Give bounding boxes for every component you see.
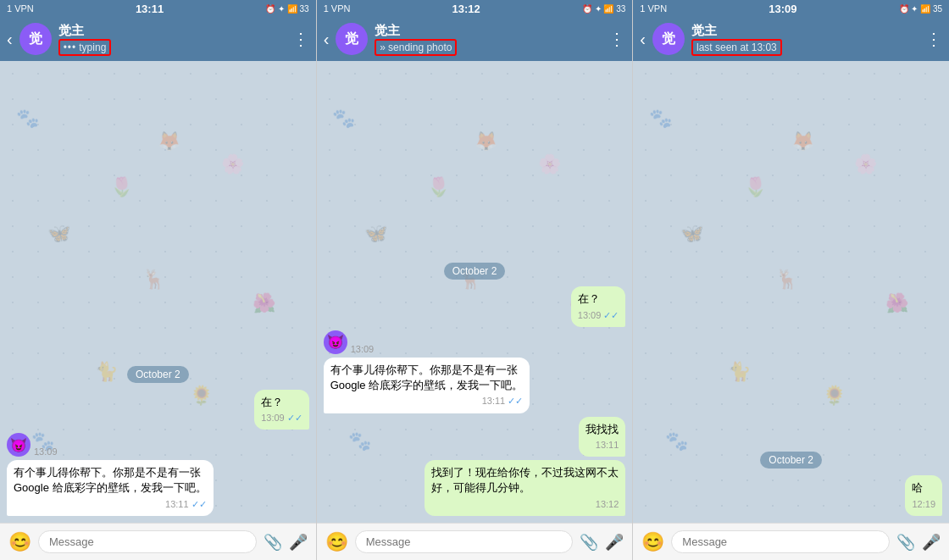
status-time: 13:09 <box>769 3 796 15</box>
message-row: 找到了！现在给你传，不过我这网不太 好，可能得几分钟。13:12 <box>324 460 626 516</box>
message-time: 13:12 <box>596 498 619 511</box>
contact-name: 觉主 <box>375 23 602 39</box>
message-avatar: 😈 <box>7 433 31 457</box>
message-bubble: 有个事儿得你帮下。你那是不是有一张 Google 给底彩字的壁纸，发我一下吧。1… <box>7 460 214 516</box>
message-row: 哈12:19 <box>640 475 942 516</box>
mic-button[interactable]: 🎤 <box>289 533 308 552</box>
status-left: 1 VPN <box>7 3 34 14</box>
message-input[interactable] <box>38 530 257 553</box>
attach-button[interactable]: 📎 <box>896 533 915 552</box>
status-left: 1 VPN <box>324 3 351 14</box>
date-label: October 2 <box>127 366 189 383</box>
emoji-button[interactable]: 😊 <box>325 531 348 553</box>
message-bubble: 找到了！现在给你传，不过我这网不太 好，可能得几分钟。13:12 <box>425 460 625 516</box>
back-button[interactable]: ‹ <box>324 30 330 49</box>
message-meta: 13:09✓✓ <box>578 309 619 322</box>
status-right: ⏰ ✦ 📶 33 <box>582 4 625 14</box>
more-button[interactable]: ⋮ <box>292 29 309 49</box>
message-input[interactable] <box>671 530 890 553</box>
message-row: 我找找13:11 <box>324 417 626 457</box>
more-button[interactable]: ⋮ <box>925 29 942 49</box>
message-text: 我找找 <box>585 422 619 437</box>
status-left: 1 VPN <box>640 3 667 14</box>
status-highlight: » sending photo <box>375 39 457 56</box>
emoji-button[interactable]: 😊 <box>8 531 31 553</box>
status-bar: 1 VPN 13:09 ⏰ ✦ 📶 35 <box>633 0 949 17</box>
mic-button[interactable]: 🎤 <box>922 533 941 552</box>
message-text: 有个事儿得你帮下。你那是不是有一张 Google 给底彩字的壁纸，发我一下吧。 <box>14 465 207 496</box>
message-meta: 13:12 <box>431 498 619 511</box>
phone-panel-panel1: 1 VPN 13:11 ⏰ ✦ 📶 33 ‹ 觉 觉主 ••• typing ⋮… <box>0 0 317 560</box>
date-label: October 2 <box>444 263 506 280</box>
message-text: 有个事儿得你帮下。你那是不是有一张 Google 给底彩字的壁纸，发我一下吧。 <box>330 363 524 393</box>
message-bubble: 哈12:19 <box>905 475 942 516</box>
chat-body: 🐾🌸🦋🌺🐈🦊🌻🐾🦌🌷October 2哈12:19 <box>633 61 949 523</box>
message-text: 在？ <box>261 395 302 410</box>
header-info: 觉主 ••• typing <box>58 23 286 56</box>
message-input[interactable] <box>355 530 574 553</box>
more-button[interactable]: ⋮ <box>608 29 625 49</box>
chat-header: ‹ 觉 觉主 ••• typing ⋮ <box>0 17 316 61</box>
status-highlight: last seen at 13:03 <box>691 39 782 56</box>
back-button[interactable]: ‹ <box>7 30 13 49</box>
message-bubble: 有个事儿得你帮下。你那是不是有一张 Google 给底彩字的壁纸，发我一下吧。1… <box>324 358 530 413</box>
message-check: ✓✓ <box>191 498 207 511</box>
date-separator: October 2 <box>324 263 626 278</box>
message-time: 13:11 <box>482 395 506 408</box>
message-row: 在？13:09✓✓ <box>324 286 626 327</box>
message-text: 哈 <box>912 480 935 496</box>
header-status: ••• typing <box>58 39 286 56</box>
message-time: 13:09 <box>261 412 285 424</box>
message-time-small: 13:09 <box>34 446 58 457</box>
chat-header: ‹ 觉 觉主 last seen at 13:03 ⋮ <box>633 17 949 61</box>
attach-button[interactable]: 📎 <box>580 533 598 552</box>
message-time: 13:11 <box>165 498 189 511</box>
contact-avatar: 觉 <box>652 23 685 55</box>
message-meta: 12:19 <box>912 498 935 511</box>
mic-button[interactable]: 🎤 <box>605 533 624 552</box>
message-time: 13:09 <box>578 309 602 322</box>
message-row: 有个事儿得你帮下。你那是不是有一张 Google 给底彩字的壁纸，发我一下吧。1… <box>324 358 626 413</box>
message-bubble: 在？13:09✓✓ <box>571 286 626 327</box>
message-meta: 13:11✓✓ <box>330 395 524 408</box>
contact-name: 觉主 <box>691 23 918 39</box>
emoji-button[interactable]: 😊 <box>641 531 664 553</box>
phone-panel-panel3: 1 VPN 13:09 ⏰ ✦ 📶 35 ‹ 觉 觉主 last seen at… <box>633 0 949 560</box>
status-right: ⏰ ✦ 📶 35 <box>899 4 942 14</box>
status-bar: 1 VPN 13:11 ⏰ ✦ 📶 33 <box>0 0 316 17</box>
header-status: last seen at 13:03 <box>691 39 918 56</box>
contact-avatar: 觉 <box>336 23 368 55</box>
status-right: ⏰ ✦ 📶 33 <box>265 4 308 14</box>
input-bar: 😊 📎 🎤 <box>633 523 949 560</box>
header-info: 觉主 » sending photo <box>375 23 602 56</box>
back-button[interactable]: ‹ <box>640 30 646 49</box>
message-check: ✓✓ <box>287 412 302 424</box>
contact-name: 觉主 <box>58 23 286 39</box>
attach-button[interactable]: 📎 <box>264 533 282 552</box>
message-text: 在？ <box>578 291 619 307</box>
message-avatar: 😈 <box>324 330 347 354</box>
message-row: 😈 13:09 <box>324 330 626 354</box>
message-check: ✓✓ <box>603 309 619 322</box>
message-text: 找到了！现在给你传，不过我这网不太 好，可能得几分钟。 <box>431 465 619 496</box>
messages-container: October 2哈12:19 <box>640 446 942 516</box>
message-meta: 13:09✓✓ <box>261 412 302 424</box>
messages-container: October 2在？13:09✓✓ 😈 13:09 有个事儿得你帮下。你那是不… <box>7 361 309 516</box>
chat-header: ‹ 觉 觉主 » sending photo ⋮ <box>317 17 633 61</box>
message-time: 12:19 <box>912 498 935 511</box>
status-bar: 1 VPN 13:12 ⏰ ✦ 📶 33 <box>317 0 633 17</box>
message-bubble: 在？13:09✓✓ <box>254 390 309 430</box>
contact-avatar: 觉 <box>19 23 52 55</box>
header-info: 觉主 last seen at 13:03 <box>691 23 918 56</box>
header-status: » sending photo <box>375 39 602 56</box>
chat-body: 🐾🌸🦋🌺🐈🦊🌻🐾🦌🌷October 2在？13:09✓✓ 😈 13:09 有个事… <box>317 61 633 523</box>
messages-container: October 2在？13:09✓✓ 😈 13:09 有个事儿得你帮下。你那是不… <box>324 258 626 516</box>
message-time-small: 13:09 <box>351 344 375 354</box>
message-row: 在？13:09✓✓ <box>7 390 309 430</box>
input-bar: 😊 📎 🎤 <box>0 523 316 560</box>
input-bar: 😊 📎 🎤 <box>317 523 633 560</box>
message-row: 有个事儿得你帮下。你那是不是有一张 Google 给底彩字的壁纸，发我一下吧。1… <box>7 460 309 516</box>
message-time: 13:11 <box>596 439 619 452</box>
phone-panel-panel2: 1 VPN 13:12 ⏰ ✦ 📶 33 ‹ 觉 觉主 » sending ph… <box>317 0 634 560</box>
chat-body: 🐾🌸🦋🌺🐈🦊🌻🐾🦌🌷October 2在？13:09✓✓ 😈 13:09 有个事… <box>0 61 316 523</box>
